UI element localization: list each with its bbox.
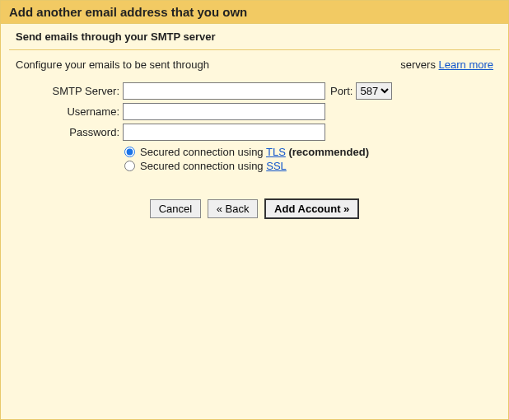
learn-more-link[interactable]: Learn more: [439, 58, 493, 71]
ssl-radio-label[interactable]: Secured connection using SSL: [140, 160, 287, 172]
password-label: Password:: [16, 126, 123, 138]
username-row: Username:: [16, 103, 493, 120]
tls-radio-label[interactable]: Secured connection using TLS (recommende…: [140, 146, 369, 158]
ssl-link[interactable]: SSL: [266, 160, 287, 172]
port-label: Port:: [330, 85, 353, 97]
ssl-prefix: Secured connection using: [140, 160, 266, 172]
smtp-server-input[interactable]: [123, 82, 325, 100]
security-radio-group: Secured connection using TLS (recommende…: [124, 146, 493, 172]
port-select[interactable]: 587: [356, 82, 392, 100]
servers-text: servers: [400, 58, 438, 71]
username-label: Username:: [16, 105, 123, 118]
username-input[interactable]: [123, 103, 325, 120]
dialog-content: Configure your emails to be sent through…: [1, 50, 508, 234]
password-input[interactable]: [123, 124, 325, 141]
add-account-button[interactable]: Add Account »: [264, 198, 359, 219]
back-button[interactable]: « Back: [208, 199, 259, 218]
tls-radio[interactable]: [124, 147, 135, 157]
cancel-button[interactable]: Cancel: [150, 199, 201, 218]
config-prefix: Configure your emails to be sent through: [16, 58, 209, 71]
config-suffix: servers Learn more: [400, 58, 493, 71]
dialog-title: Add another email address that you own: [1, 1, 508, 24]
button-row: Cancel « Back Add Account »: [16, 198, 493, 219]
ssl-radio[interactable]: [124, 161, 135, 171]
dialog-subtitle: Send emails through your SMTP server: [1, 24, 508, 46]
tls-prefix: Secured connection using: [140, 146, 266, 158]
config-description: Configure your emails to be sent through…: [16, 58, 493, 71]
smtp-server-row: SMTP Server: Port: 587: [16, 82, 493, 100]
password-row: Password:: [16, 124, 493, 141]
tls-recommended: (recommended): [286, 146, 369, 158]
tls-link[interactable]: TLS: [266, 146, 286, 158]
smtp-server-label: SMTP Server:: [16, 85, 123, 97]
smtp-config-dialog: Add another email address that you own S…: [0, 0, 509, 420]
